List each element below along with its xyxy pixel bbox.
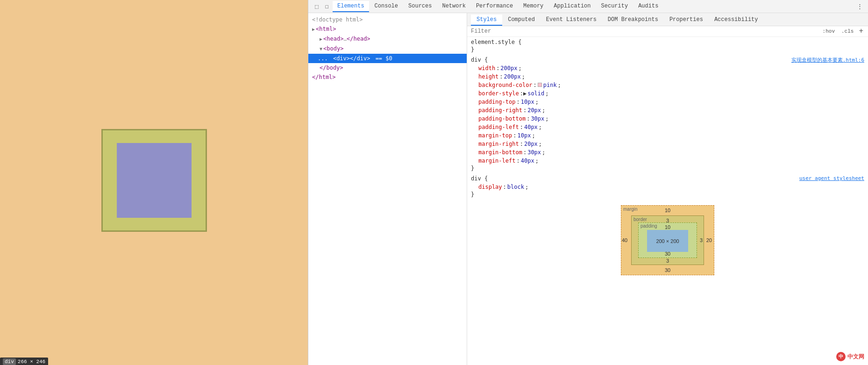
elements-tree[interactable]: <!doctype html> ▶<html> ▶<head>…</head> … bbox=[308, 13, 467, 365]
bm-content-box: 200 × 200 bbox=[647, 230, 688, 252]
bm-margin-right-val: 20 bbox=[706, 237, 712, 243]
styles-content: element.style { } 实现盒模型的基本要素.html:6 div … bbox=[467, 37, 868, 365]
prop-height: height: 200px; bbox=[478, 72, 864, 81]
styles-tab-dom-breakpoints[interactable]: DOM Breakpoints bbox=[602, 14, 664, 26]
watermark-icon: 中 bbox=[836, 352, 846, 361]
head-tag: <head> bbox=[323, 36, 343, 42]
bm-content-val: 200 × 200 bbox=[656, 238, 679, 244]
prop-display: display: block; bbox=[478, 183, 864, 191]
devtools-toolbar: ⬚ ☐ Elements Console Sources Network Per… bbox=[308, 0, 868, 13]
watermark-label: 中文网 bbox=[847, 353, 864, 361]
bm-margin-label: margin bbox=[623, 207, 638, 212]
tab-security[interactable]: Security bbox=[597, 1, 633, 12]
html-tag: <html> bbox=[316, 26, 336, 32]
inner-box bbox=[117, 143, 192, 218]
more-options-icon[interactable]: ⋮ bbox=[855, 2, 864, 11]
prop-margin-bottom: margin-bottom: 30px; bbox=[478, 148, 864, 157]
styles-tab-styles[interactable]: Styles bbox=[471, 14, 502, 26]
cls-button[interactable]: .cls bbox=[839, 28, 856, 35]
body-triangle: ▼ bbox=[320, 46, 322, 51]
prop-padding-top: padding-top: 10px; bbox=[478, 98, 864, 106]
prop-bg-color: background-color: pink; bbox=[478, 81, 864, 89]
inspect-icon[interactable]: ⬚ bbox=[312, 2, 321, 11]
div-rule-2-source[interactable]: user agent stylesheet bbox=[799, 175, 864, 181]
prop-padding-left: padding-left: 40px; bbox=[478, 123, 864, 131]
bm-padding-bottom-val: 30 bbox=[665, 251, 670, 257]
div-rule-1-props: width: 200px; height: 200px; background-… bbox=[471, 64, 864, 165]
doctype-text: <!doctype html> bbox=[312, 16, 363, 23]
div-tag: <div></div> bbox=[333, 55, 370, 62]
devtools-body: <!doctype html> ▶<html> ▶<head>…</head> … bbox=[308, 13, 868, 365]
div-badge: div 266 × 246 bbox=[0, 358, 48, 365]
div-rule-2: user agent stylesheet div { display: blo… bbox=[471, 175, 864, 198]
element-style-close: } bbox=[471, 46, 864, 53]
element-style-text: element.style { bbox=[471, 39, 521, 45]
tree-body-open[interactable]: ▼<body> bbox=[308, 44, 467, 54]
tree-html-close[interactable]: </html> bbox=[308, 72, 467, 82]
device-icon[interactable]: ☐ bbox=[322, 2, 332, 11]
bm-padding-box: padding 10 200 × 200 30 bbox=[638, 222, 697, 258]
html-triangle: ▶ bbox=[312, 27, 315, 32]
tab-elements[interactable]: Elements bbox=[333, 1, 369, 12]
styles-tab-properties[interactable]: Properties bbox=[664, 14, 709, 26]
styles-panel: Styles Computed Event Listeners DOM Brea… bbox=[467, 13, 868, 365]
element-style-rule: element.style { } bbox=[471, 39, 864, 53]
tab-network[interactable]: Network bbox=[437, 1, 470, 12]
prop-margin-left: margin-left: 40px; bbox=[478, 157, 864, 165]
tree-html[interactable]: ▶<html> bbox=[308, 24, 467, 34]
tab-performance[interactable]: Performance bbox=[471, 1, 518, 12]
preview-pane: div 266 × 246 bbox=[0, 0, 308, 365]
body-tag: <body> bbox=[323, 45, 343, 52]
watermark-icon-text: 中 bbox=[839, 353, 843, 360]
head-triangle: ▶ bbox=[320, 36, 322, 42]
prop-border-style: border-style:▶ solid; bbox=[478, 89, 864, 98]
prop-margin-right: margin-right: 20px; bbox=[478, 140, 864, 148]
bm-margin-bottom-val: 30 bbox=[665, 267, 670, 273]
add-style-button[interactable]: + bbox=[858, 28, 864, 35]
html-close-tag: </html> bbox=[312, 74, 336, 80]
styles-tabs: Styles Computed Event Listeners DOM Brea… bbox=[467, 13, 868, 26]
tab-sources[interactable]: Sources bbox=[404, 1, 436, 12]
tree-div-selected[interactable]: ... <div></div> == $0 bbox=[308, 54, 467, 63]
bm-padding-label: padding bbox=[640, 223, 657, 229]
filter-pseudo-buttons: :hov .cls + bbox=[820, 28, 864, 35]
tab-audits[interactable]: Audits bbox=[633, 1, 663, 12]
outer-box bbox=[101, 129, 207, 232]
prop-padding-bottom: padding-bottom: 30px; bbox=[478, 115, 864, 123]
prop-width: width: 200px; bbox=[478, 64, 864, 72]
bm-border-box: border 3 3 padding 10 200 × 200 bbox=[631, 215, 704, 265]
bm-margin-top-val: 10 bbox=[665, 208, 670, 213]
bm-border-right-val: 3 bbox=[700, 237, 703, 243]
head-close-tag: </head> bbox=[347, 36, 370, 42]
bm-border-bottom-val: 3 bbox=[666, 258, 669, 264]
tree-body-close[interactable]: </body> bbox=[308, 63, 467, 72]
tab-console[interactable]: Console bbox=[370, 1, 403, 12]
styles-filter-input[interactable] bbox=[471, 28, 818, 35]
div-rule-1: 实现盒模型的基本要素.html:6 div { width: 200px; he… bbox=[471, 57, 864, 172]
bm-left-margin-val: 40 bbox=[622, 237, 627, 243]
watermark: 中 中文网 bbox=[836, 352, 864, 361]
hov-button[interactable]: :hov bbox=[820, 28, 837, 35]
prop-margin-top: margin-top: 10px; bbox=[478, 131, 864, 140]
div-rule-1-source[interactable]: 实现盒模型的基本要素.html:6 bbox=[791, 57, 864, 64]
body-close-tag: </body> bbox=[320, 64, 343, 71]
div-rule-2-props: display: block; bbox=[471, 183, 864, 191]
styles-tab-computed[interactable]: Computed bbox=[502, 14, 541, 26]
tab-application[interactable]: Application bbox=[549, 1, 595, 12]
element-style-selector: element.style { bbox=[471, 39, 864, 45]
color-swatch-pink[interactable] bbox=[538, 83, 542, 87]
box-model-area: margin 10 20 30 border 3 3 bbox=[471, 201, 864, 279]
div-rule-2-close: } bbox=[471, 191, 864, 198]
styles-tab-event-listeners[interactable]: Event Listeners bbox=[541, 14, 602, 26]
tree-head[interactable]: ▶<head>…</head> bbox=[308, 34, 467, 44]
div-rule-1-selector: 实现盒模型的基本要素.html:6 div { bbox=[471, 57, 864, 63]
bm-padding-top-val: 10 bbox=[665, 224, 670, 230]
styles-tab-accessibility[interactable]: Accessibility bbox=[709, 14, 764, 26]
preview-content bbox=[0, 0, 308, 365]
bm-border-label: border bbox=[633, 217, 647, 222]
tree-doctype[interactable]: <!doctype html> bbox=[308, 15, 467, 24]
devtools-panel: ⬚ ☐ Elements Console Sources Network Per… bbox=[308, 0, 868, 365]
div-rule-1-tag: div { bbox=[471, 57, 488, 63]
div-badge-label: div bbox=[3, 358, 16, 365]
tab-memory[interactable]: Memory bbox=[519, 1, 548, 12]
